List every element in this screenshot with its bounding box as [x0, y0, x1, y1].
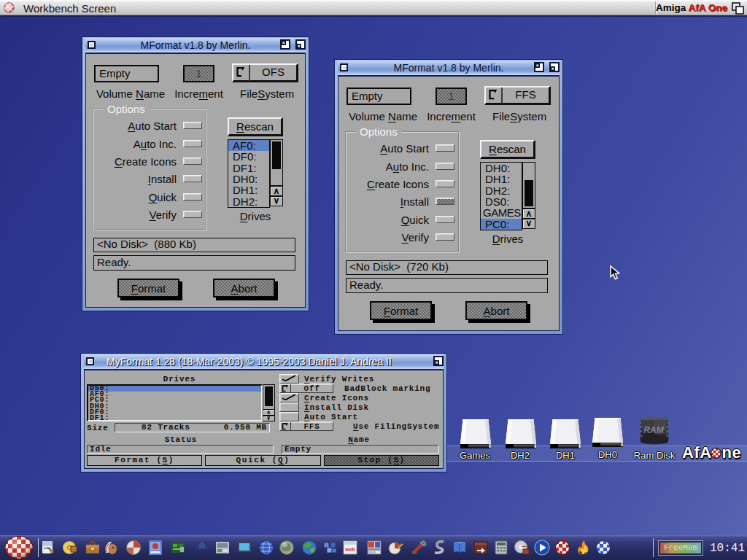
svg-text:RAM: RAM [643, 425, 664, 435]
svg-text:web: web [344, 547, 355, 552]
